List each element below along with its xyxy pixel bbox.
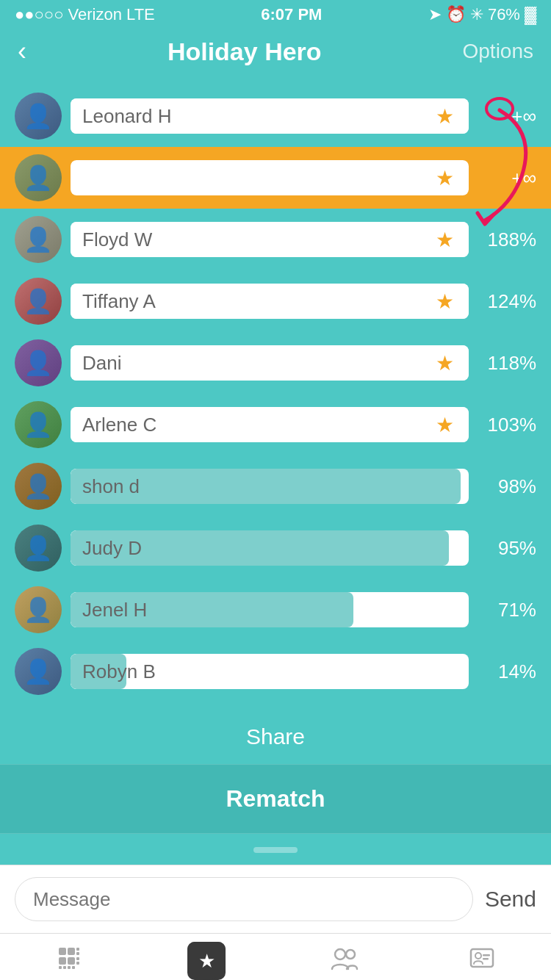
svg-rect-2 <box>68 948 75 955</box>
star-icon: ★ <box>436 413 454 437</box>
location-icon: ➤ <box>428 5 442 24</box>
share-button[interactable]: Share <box>246 724 305 749</box>
player-name: Arlene C <box>82 414 156 436</box>
player-score: 103% <box>478 414 536 436</box>
name-bar: Judy D <box>71 530 469 566</box>
back-button[interactable]: ‹ <box>18 36 26 67</box>
star-icon: ★ <box>436 104 454 129</box>
svg-rect-1 <box>59 948 66 955</box>
tab-bar: Dashboard ★ Challenges Friends <box>0 933 551 980</box>
challenges-star-icon: ★ <box>198 950 215 973</box>
svg-rect-5 <box>76 948 79 951</box>
svg-point-16 <box>475 953 481 959</box>
tab-friends[interactable]: Friends <box>276 934 414 980</box>
player-name: Floyd W <box>82 228 152 251</box>
player-name: Leonard H <box>82 105 171 128</box>
status-right: ➤ ⏰ ✳ 76% ▓ <box>428 5 536 24</box>
svg-rect-9 <box>59 966 62 969</box>
progress-fill <box>71 345 469 381</box>
avatar: 👤 <box>15 586 62 633</box>
status-carrier: ●●○○○ Verizon LTE <box>15 5 155 24</box>
progress-fill <box>71 160 469 195</box>
svg-point-13 <box>335 949 345 959</box>
alarm-icon: ⏰ <box>446 5 466 24</box>
player-name: You <box>82 167 115 190</box>
list-item[interactable]: 👤 Tiffany A ★ 124% <box>0 270 551 332</box>
avatar: 👤 <box>15 463 62 510</box>
player-name: Dani <box>82 352 121 375</box>
avatar-person-icon: 👤 <box>24 472 53 500</box>
svg-rect-7 <box>76 957 79 960</box>
player-score: 95% <box>478 537 536 560</box>
player-score: 124% <box>478 290 536 313</box>
list-item[interactable]: 👤 Arlene C ★ 103% <box>0 394 551 455</box>
list-item[interactable]: 👤 Dani ★ 118% <box>0 332 551 394</box>
player-score: 118% <box>478 352 536 375</box>
rematch-button[interactable]: Rematch <box>226 785 325 813</box>
avatar-person-icon: 👤 <box>24 349 53 377</box>
bluetooth-icon: ✳ <box>470 5 483 24</box>
list-item[interactable]: 👤 shon d 98% <box>0 455 551 517</box>
name-bar: Floyd W ★ <box>71 222 469 257</box>
avatar: 👤 <box>15 154 62 201</box>
options-button[interactable]: Options <box>463 40 534 63</box>
star-icon: ★ <box>436 166 454 190</box>
list-item[interactable]: 👤 Judy D 95% <box>0 517 551 579</box>
list-item[interactable]: 👤 Leonard H ★ +∞ <box>0 85 551 147</box>
name-bar: You ★ <box>71 160 469 195</box>
avatar-person-icon: 👤 <box>24 102 53 130</box>
svg-rect-4 <box>68 957 75 965</box>
nav-bar: ‹ Holiday Hero Options <box>0 29 551 73</box>
star-icon: ★ <box>436 351 454 375</box>
scroll-indicator <box>0 834 551 865</box>
star-icon: ★ <box>436 228 454 252</box>
name-bar: shon d <box>71 469 469 504</box>
avatar: 👤 <box>15 278 62 325</box>
account-icon <box>469 945 494 976</box>
avatar-person-icon: 👤 <box>24 657 53 685</box>
status-bar: ●●○○○ Verizon LTE 6:07 PM ➤ ⏰ ✳ 76% ▓ <box>0 0 551 29</box>
list-item[interactable]: 👤 You ★ +∞ <box>0 147 551 209</box>
svg-rect-3 <box>59 957 66 965</box>
list-item[interactable]: 👤 Floyd W ★ 188% <box>0 209 551 270</box>
player-name: Robyn B <box>82 660 156 683</box>
tab-challenges[interactable]: ★ Challenges <box>138 934 276 980</box>
scroll-pill <box>253 847 298 853</box>
player-score: 188% <box>478 228 536 251</box>
avatar: 👤 <box>15 525 62 572</box>
message-input[interactable] <box>15 877 473 921</box>
avatar: 👤 <box>15 216 62 263</box>
list-item[interactable]: 👤 Robyn B 14% <box>0 641 551 702</box>
name-bar: Arlene C ★ <box>71 407 469 442</box>
avatar: 👤 <box>15 401 62 448</box>
avatar-person-icon: 👤 <box>24 226 53 253</box>
tab-dashboard[interactable]: Dashboard <box>0 934 138 980</box>
name-bar: Jenel H <box>71 592 469 627</box>
list-item[interactable]: 👤 Jenel H 71% <box>0 579 551 641</box>
player-name: Judy D <box>82 537 142 560</box>
page-title: Holiday Hero <box>168 37 322 66</box>
svg-rect-8 <box>76 962 79 965</box>
avatar-person-icon: 👤 <box>24 534 53 562</box>
player-score: +∞ <box>478 167 536 190</box>
svg-rect-11 <box>68 966 71 969</box>
player-name: shon d <box>82 475 140 498</box>
rematch-section: Rematch <box>0 764 551 834</box>
tab-account[interactable]: Account <box>414 934 552 980</box>
player-name: Jenel H <box>82 599 147 621</box>
player-score: 98% <box>478 475 536 498</box>
svg-rect-17 <box>483 954 490 956</box>
avatar-person-icon: 👤 <box>24 411 53 439</box>
star-icon: ★ <box>436 289 454 314</box>
name-bar: Robyn B <box>71 654 469 689</box>
svg-rect-18 <box>483 958 489 960</box>
player-score: +∞ <box>478 105 536 128</box>
player-name: Tiffany A <box>82 290 156 313</box>
send-button[interactable]: Send <box>485 887 536 912</box>
name-bar: Leonard H ★ <box>71 98 469 134</box>
dashboard-icon <box>57 945 82 976</box>
status-time: 6:07 PM <box>261 5 322 24</box>
avatar-person-icon: 👤 <box>24 287 53 315</box>
avatar: 👤 <box>15 648 62 695</box>
friends-icon <box>331 945 359 976</box>
